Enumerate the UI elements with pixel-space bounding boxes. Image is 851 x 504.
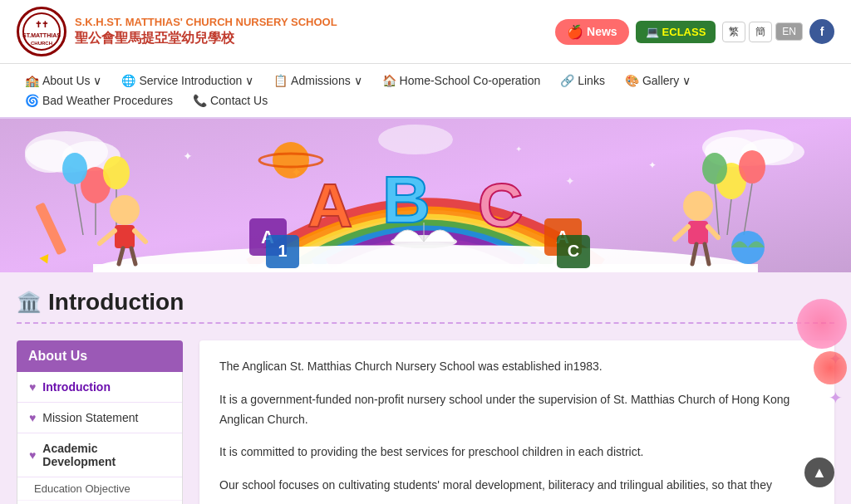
svg-text:C: C	[568, 242, 579, 260]
svg-rect-18	[93, 264, 758, 272]
home-school-icon: 🏠	[382, 74, 396, 87]
eclass-button[interactable]: 💻 ECLASS	[636, 21, 716, 43]
facebook-icon: f	[820, 25, 824, 38]
content-para-1: The Anglican St. Matthias Church Nursery…	[219, 357, 814, 377]
about-us-icon: 🏫	[25, 74, 39, 87]
svg-text:A: A	[307, 170, 352, 240]
sidebar-heart-icon-3: ♥	[29, 448, 36, 462]
language-switcher: 繁 簡 EN	[722, 22, 803, 42]
header: ✝✝ ST.MATTHIAS CHURCH S.K.H.ST. MATTHIAS…	[0, 0, 851, 64]
sidebar-label-introduction: Introduction	[42, 380, 111, 394]
svg-point-38	[739, 150, 765, 183]
svg-text:B: B	[382, 163, 430, 237]
header-left: ✝✝ ST.MATTHIAS CHURCH S.K.H.ST. MATTHIAS…	[17, 7, 337, 56]
svg-text:ST.MATTHIAS: ST.MATTHIAS	[22, 32, 61, 38]
main-text-content: The Anglican St. Matthias Church Nursery…	[199, 340, 834, 504]
news-button[interactable]: 🍎 News	[555, 19, 629, 45]
nav-home-school[interactable]: 🏠 Home-School Co-operation	[374, 71, 549, 91]
school-name-zh: 聖公會聖馬提亞堂幼兒學校	[75, 30, 337, 47]
header-right: 🍎 News 💻 ECLASS 繁 簡 EN f	[555, 19, 834, 45]
scroll-up-icon: ▲	[812, 464, 827, 482]
page-title: Introduction	[48, 289, 184, 316]
news-icon: 🍎	[567, 24, 583, 40]
svg-text:1: 1	[278, 242, 287, 260]
content-layout: About Us ♥ Introduction ♥ Mission Statem…	[17, 340, 834, 504]
svg-text:C: C	[478, 170, 523, 240]
sidebar-item-academic[interactable]: ♥ AcademicDevelopment	[17, 433, 182, 477]
svg-text:✦: ✦	[648, 159, 657, 171]
links-icon: 🔗	[560, 74, 574, 87]
sidebar-header: About Us	[17, 340, 183, 372]
svg-text:✝✝: ✝✝	[35, 20, 48, 29]
eclass-icon: 💻	[646, 26, 659, 38]
svg-point-11	[378, 125, 453, 154]
nav-bad-weather[interactable]: 🌀 Bad Weather Procedures	[17, 91, 181, 110]
sidebar-item-mission[interactable]: ♥ Mission Statement	[17, 403, 182, 433]
svg-text:✦: ✦	[183, 149, 193, 163]
nav-about-us[interactable]: 🏫 About Us ∨	[17, 71, 110, 91]
svg-point-44	[273, 142, 309, 179]
content-para-2: It is a government-funded non-profit nur…	[219, 390, 814, 430]
content-para-4: Our school focuses on cultivating studen…	[219, 476, 814, 496]
sidebar: About Us ♥ Introduction ♥ Mission Statem…	[17, 340, 183, 504]
svg-text:✦: ✦	[565, 174, 575, 188]
lang-english[interactable]: EN	[775, 22, 803, 41]
admissions-icon: 📋	[273, 74, 288, 87]
school-logo: ✝✝ ST.MATTHIAS CHURCH	[17, 7, 66, 56]
navigation: 🏫 About Us ∨ 🌐 Service Introduction ∨ 📋 …	[0, 64, 851, 119]
nav-gallery[interactable]: 🎨 Gallery ∨	[617, 71, 699, 91]
sidebar-heart-icon-2: ♥	[29, 411, 36, 424]
nav-row-2: 🌀 Bad Weather Procedures 📞 Contact Us	[17, 91, 834, 110]
service-icon: 🌐	[121, 74, 135, 87]
school-name-block: S.K.H.ST. MATTHIAS' CHURCH NURSERY SCHOO…	[75, 16, 337, 47]
gallery-icon: 🎨	[625, 74, 639, 87]
weather-icon: 🌀	[25, 94, 39, 107]
banner: ✦ ✦ ✦ ✦ ✦ A B C A 1 A C	[0, 119, 851, 272]
lang-traditional[interactable]: 繁	[722, 22, 745, 42]
contact-icon: 📞	[193, 94, 207, 107]
scroll-to-top-button[interactable]: ▲	[804, 458, 834, 487]
svg-point-40	[702, 153, 727, 184]
sidebar-label-academic: AcademicDevelopment	[42, 442, 116, 468]
sidebar-sub-curriculum-obj[interactable]: Curriculum Objectives	[17, 501, 182, 504]
svg-rect-50	[115, 225, 135, 248]
svg-point-55	[683, 191, 713, 221]
svg-point-32	[103, 156, 130, 189]
nav-admissions[interactable]: 📋 Admissions ∨	[265, 71, 370, 91]
sidebar-label-mission: Mission Statement	[42, 411, 138, 424]
svg-text:✦: ✦	[515, 144, 522, 154]
school-name-en: S.K.H.ST. MATTHIAS' CHURCH NURSERY SCHOO…	[75, 16, 337, 30]
content-para-3: It is committed to providing the best se…	[219, 443, 814, 462]
sidebar-sub-education[interactable]: Education Objective	[17, 477, 182, 501]
svg-text:CHURCH: CHURCH	[31, 41, 52, 46]
nav-service-intro[interactable]: 🌐 Service Introduction ∨	[113, 71, 262, 91]
sidebar-menu: ♥ Introduction ♥ Mission Statement ♥ Aca…	[17, 372, 183, 504]
svg-point-49	[110, 195, 140, 225]
nav-links[interactable]: 🔗 Links	[552, 71, 613, 91]
svg-point-34	[62, 153, 87, 184]
sidebar-heart-icon-1: ♥	[29, 380, 36, 394]
page-title-icon: 🏛️	[17, 291, 42, 314]
page-title-section: 🏛️ Introduction	[17, 289, 834, 324]
facebook-button[interactable]: f	[809, 19, 834, 44]
sidebar-item-introduction[interactable]: ♥ Introduction	[17, 372, 182, 403]
svg-rect-56	[688, 221, 708, 244]
nav-contact-us[interactable]: 📞 Contact Us	[184, 91, 276, 110]
main-content: 🏛️ Introduction About Us ♥ Introduction …	[0, 272, 851, 504]
lang-simplified[interactable]: 簡	[749, 22, 772, 42]
nav-row-1: 🏫 About Us ∨ 🌐 Service Introduction ∨ 📋 …	[17, 71, 834, 91]
